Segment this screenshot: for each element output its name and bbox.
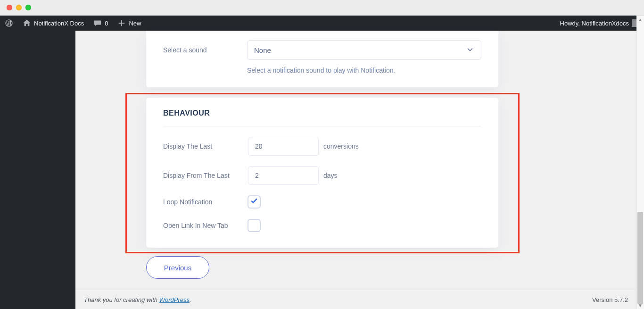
comments-count: 0 <box>105 20 108 27</box>
comment-icon <box>93 19 102 27</box>
howdy-text: Howdy, NotificationXdocs <box>560 20 629 27</box>
page-body: Select a sound None Select a notificatio… <box>75 31 636 309</box>
wordpress-logo-icon <box>5 19 13 27</box>
wordpress-link[interactable]: WordPress <box>159 296 190 303</box>
window-zoom-icon[interactable] <box>25 5 31 10</box>
wp-content-area: Select a sound None Select a notificatio… <box>0 31 644 309</box>
window-close-icon[interactable] <box>7 5 12 10</box>
scroll-thumb[interactable] <box>637 212 643 304</box>
scroll-up-icon[interactable]: ▲ <box>636 16 644 23</box>
sound-section-card: Select a sound None Select a notificatio… <box>146 31 498 87</box>
comments-link[interactable]: 0 <box>93 19 108 27</box>
footer-version: Version 5.7.2 <box>592 296 628 303</box>
new-content-menu[interactable]: New <box>117 19 141 27</box>
check-icon <box>250 221 258 231</box>
previous-button-label: Previous <box>164 264 191 272</box>
home-icon <box>23 19 31 27</box>
browser-viewport: NotificationX Docs 0 New Howdy, Notifica… <box>0 15 644 309</box>
chevron-down-icon <box>466 45 474 55</box>
display-last-input[interactable] <box>248 137 319 156</box>
sound-select-value: None <box>254 46 271 54</box>
display-from-last-suffix: days <box>323 172 338 179</box>
sound-select-label: Select a sound <box>163 46 234 54</box>
sound-select[interactable]: None <box>247 40 481 60</box>
site-name-link[interactable]: NotificationX Docs <box>23 19 84 27</box>
scroll-down-icon[interactable]: ▼ <box>636 301 644 309</box>
site-title: NotificationX Docs <box>34 20 84 27</box>
footer-thankyou: Thank you for creating with WordPress. <box>84 296 191 303</box>
display-from-last-label: Display From The Last <box>163 172 243 179</box>
wp-logo-menu[interactable] <box>5 19 13 27</box>
loop-notification-checkbox[interactable] <box>248 195 261 209</box>
display-last-label: Display The Last <box>163 142 243 150</box>
behaviour-title: BEHAVIOUR <box>163 109 481 126</box>
previous-button[interactable]: Previous <box>146 256 209 279</box>
open-link-label: Open Link In New Tab <box>163 222 248 229</box>
check-icon <box>250 197 258 207</box>
display-last-suffix: conversions <box>323 142 359 150</box>
display-from-last-input[interactable] <box>248 166 319 185</box>
window-minimize-icon[interactable] <box>16 5 22 10</box>
open-link-checkbox[interactable] <box>248 219 261 232</box>
macos-titlebar <box>0 0 644 15</box>
wp-admin-bar: NotificationX Docs 0 New Howdy, Notifica… <box>0 16 644 31</box>
loop-notification-label: Loop Notification <box>163 198 248 206</box>
my-account-menu[interactable]: Howdy, NotificationXdocs <box>560 19 639 27</box>
new-label: New <box>129 20 141 27</box>
plus-icon <box>117 19 126 27</box>
scrollbar[interactable]: ▲ ▼ <box>636 16 644 309</box>
behaviour-section-card: BEHAVIOUR Display The Last conversions D… <box>146 98 498 248</box>
sound-hint: Select a notification sound to play with… <box>163 67 481 74</box>
wp-footer: Thank you for creating with WordPress. V… <box>75 290 636 309</box>
